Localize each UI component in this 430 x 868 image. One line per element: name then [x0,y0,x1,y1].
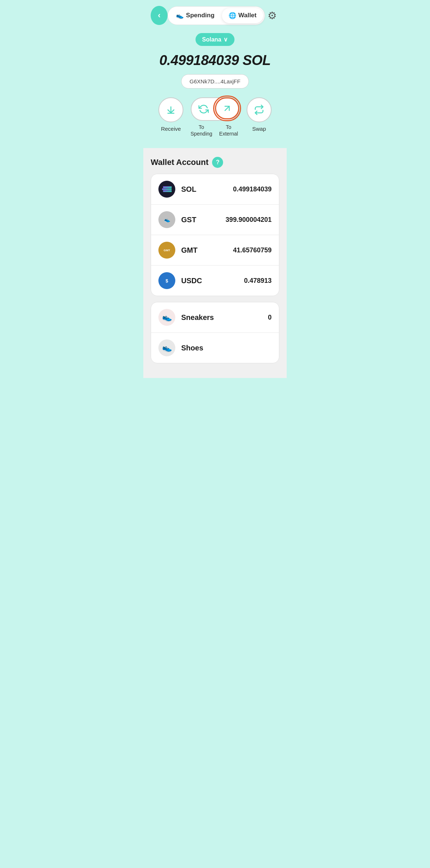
token-symbol: Shoes [181,344,272,352]
token-symbol: SOL [181,185,233,194]
settings-button[interactable]: ⚙ [265,7,279,24]
tab-spending[interactable]: 👟 Spending [169,8,221,23]
question-mark-icon: ? [216,159,219,166]
token-symbol: USDC [181,277,244,285]
to-spending-button[interactable] [191,98,216,120]
network-label: Solana [202,36,221,43]
transfer-actions: ToSpending ToExternal [189,97,241,137]
svg-rect-5 [163,190,172,192]
token-symbol: GMT [181,246,233,255]
tab-wallet-label: Wallet [239,12,257,19]
token-amount: 399.900004201 [226,216,272,224]
swap-label: Swap [252,125,266,133]
to-external-button[interactable] [215,97,239,119]
to-external-label: ToExternal [216,124,241,137]
token-symbol: Sneakers [181,313,268,322]
gear-icon: ⚙ [268,10,277,22]
token-amount: 0.478913 [244,277,272,285]
network-selector[interactable]: Solana ∨ [196,33,234,46]
token-amount: 0.499184039 [233,186,272,193]
table-row[interactable]: $ USDC 0.478913 [151,266,279,296]
svg-rect-4 [162,188,172,190]
swap-action[interactable]: Swap [247,97,272,133]
gmt-logo: GMT [162,245,172,255]
table-row[interactable]: 👟 Sneakers 0 [151,302,279,333]
to-spending-label: ToSpending [189,124,214,137]
sol-icon [158,181,175,198]
help-button[interactable]: ? [212,157,223,168]
table-row[interactable]: SOL 0.499184039 [151,174,279,205]
back-button[interactable]: ‹ [151,6,168,25]
nft-list-card: 👟 Sneakers 0 👟 Shoes [151,302,279,363]
main-balance: 0.499184039 SOL [151,53,279,68]
actions-row: Receive [151,97,279,137]
swap-icon [254,105,264,115]
gst-icon: 👟 [158,211,175,228]
token-amount: 41.65760759 [233,246,272,254]
receive-label: Receive [161,125,181,133]
table-row[interactable]: 👟 Shoes [151,333,279,363]
wallet-account-header: Wallet Account ? [151,157,279,168]
spending-icon: 👟 [176,12,184,19]
svg-text:$: $ [165,279,168,284]
svg-text:GMT: GMT [164,249,170,252]
shoes-icon: 👟 [158,339,175,356]
token-list-card: SOL 0.499184039 👟 GST 399.900004201 GMT … [151,174,279,296]
tab-wallet[interactable]: 🌐 Wallet [222,8,263,23]
swap-button[interactable] [247,97,272,122]
table-row[interactable]: GMT GMT 41.65760759 [151,235,279,266]
usdc-icon: $ [158,272,175,289]
chevron-down-icon: ∨ [223,36,228,43]
token-amount: 0 [268,314,272,321]
receive-action[interactable]: Receive [158,97,183,133]
svg-rect-3 [163,187,172,188]
tab-spending-label: Spending [186,12,214,19]
to-spending-icon [198,104,209,114]
wallet-globe-icon: 🌐 [229,12,236,19]
gmt-icon: GMT [158,242,175,259]
svg-line-2 [225,106,229,111]
address-pill[interactable]: G6XNk7D....4LaxjFF [181,74,249,89]
top-bar: ‹ 👟 Spending 🌐 Wallet ⚙ [143,0,287,29]
receive-icon [166,105,176,115]
wallet-account-title: Wallet Account [151,158,208,167]
receive-button[interactable] [158,97,183,122]
usdc-logo: $ [162,275,172,286]
solana-logo [162,184,172,194]
tab-group: 👟 Spending 🌐 Wallet [168,6,265,25]
main-content: Wallet Account ? [143,148,287,378]
sneakers-icon: 👟 [158,309,175,326]
pill-labels: ToSpending ToExternal [189,124,241,137]
to-external-icon [222,103,232,114]
table-row[interactable]: 👟 GST 399.900004201 [151,205,279,235]
hero-section: Solana ∨ 0.499184039 SOL G6XNk7D....4Lax… [143,29,287,148]
token-symbol: GST [181,216,226,224]
